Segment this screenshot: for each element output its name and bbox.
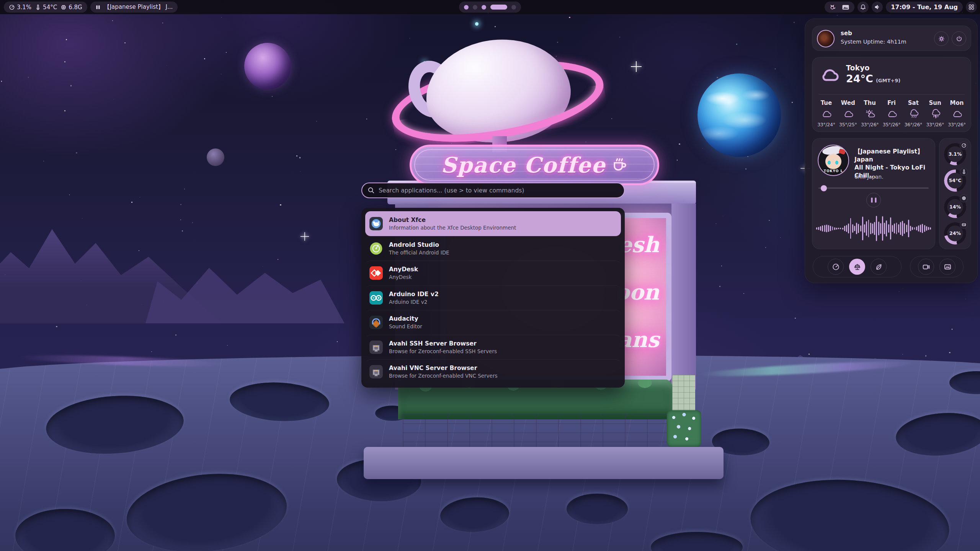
app-title: Arduino IDE v2 <box>389 291 439 298</box>
forecast-day-label: Mon <box>950 99 964 106</box>
app-description: Sound Editor <box>389 323 422 329</box>
workspace-dot-1[interactable] <box>464 5 469 10</box>
forecast-day-thu: Thu 33°/26° <box>861 98 879 128</box>
app-title: Avahi SSH Server Browser <box>389 340 497 347</box>
track-subtitle: Chill Japan. <box>854 174 883 180</box>
wallpaper-icon[interactable] <box>842 4 849 11</box>
app-title: AnyDesk <box>389 266 418 273</box>
album-art-caption: TOKYO L <box>818 169 848 173</box>
system-stats-pill[interactable]: 3.1% 54°C 6.8G <box>4 2 87 13</box>
app-row-avahi-vnc-server-browser[interactable]: Avahi VNC Server Browser Browse for Zero… <box>365 359 621 384</box>
shop-platform <box>364 447 724 479</box>
workspace-dot-3[interactable] <box>482 5 486 10</box>
thermometer-icon <box>960 168 968 176</box>
workspace-dot-4[interactable] <box>490 5 507 10</box>
system-gauges-card: 3.1% 54°C 14% 24% <box>939 138 971 249</box>
album-art[interactable]: TOKYO L <box>818 145 849 176</box>
weather-card: Tokyo 24°C(GMT+9) Tue 33°/24°Wed 35°/25°… <box>812 57 971 132</box>
clock[interactable]: 17:09 - Tue, 19 Aug <box>886 2 963 13</box>
bell-icon <box>860 4 866 10</box>
shop-pillar <box>671 204 696 390</box>
app-row-android-studio[interactable]: Android Studio The official Android IDE <box>365 236 621 261</box>
app-row-audacity[interactable]: Audacity Sound Editor <box>365 310 621 335</box>
pause-button[interactable] <box>866 193 881 207</box>
forecast-day-label: Thu <box>864 99 876 106</box>
app-row-avahi-ssh-server-browser[interactable]: Avahi SSH Server Browser Browse for Zero… <box>365 335 621 360</box>
forecast-day-label: Sun <box>929 99 941 106</box>
workspace-dot-2[interactable] <box>473 5 477 10</box>
forecast-day-tue: Tue 33°/24° <box>817 98 835 128</box>
space-coffee-sign: Space Coffee <box>410 145 659 185</box>
forecast-day-label: Fri <box>887 99 896 106</box>
image-icon <box>944 263 952 271</box>
app-description: Arduino IDE v2 <box>389 299 439 305</box>
gear-icon <box>938 35 945 42</box>
disk-icon <box>960 221 968 229</box>
app-row-arduino-ide-v2[interactable]: Arduino IDE v2 Arduino IDE v2 <box>365 285 621 310</box>
app-description: Browse for Zeroconf-enabled VNC Servers <box>389 373 497 379</box>
app-row-anydesk[interactable]: AnyDesk AnyDesk <box>365 261 621 285</box>
progress-bar[interactable] <box>818 187 929 189</box>
temp-stat: 54°C <box>35 4 57 11</box>
memory-stat: 6.8G <box>60 4 82 11</box>
pet-cat-icon[interactable] <box>830 4 836 11</box>
overview-button[interactable] <box>966 2 977 13</box>
forecast-temps: 33°/26° <box>926 122 944 127</box>
gauge-thermometer: 54°C <box>944 170 966 192</box>
workspace-indicator[interactable] <box>459 2 521 13</box>
tray-widgets-pill[interactable] <box>825 2 854 13</box>
clock-label: 17:09 - Tue, 19 Aug <box>891 3 958 11</box>
progress-handle[interactable] <box>821 185 827 191</box>
system-uptime: System Uptime: 4h11m <box>841 39 906 45</box>
sun-cloud-weather-icon <box>864 109 875 119</box>
app-description: The official Android IDE <box>389 249 449 256</box>
now-playing-pill[interactable]: 【Japanese Playlist】 J... <box>90 2 178 13</box>
avatar[interactable] <box>817 30 835 47</box>
gauge-disk: 24% <box>944 222 966 245</box>
forecast-day-label: Sat <box>908 99 919 106</box>
image-button[interactable] <box>939 259 956 275</box>
search-icon <box>368 187 375 194</box>
forecast-temps: 33°/26° <box>948 122 965 127</box>
app-description: Browse for Zeroconf-enabled SSH Servers <box>389 348 497 354</box>
forecast-day-sat: Sat 36°/26° <box>905 98 922 128</box>
anydesk-app-icon <box>369 266 383 280</box>
forecast-temps: 35°/25° <box>839 122 857 127</box>
cpu-stat: 3.1% <box>9 4 31 11</box>
sign-text: Space Coffee <box>441 152 606 178</box>
xfce-app-icon <box>369 217 383 231</box>
app-row-about-xfce[interactable]: About Xfce Information about the Xfce De… <box>365 211 621 236</box>
notifications-button[interactable] <box>858 2 869 13</box>
top-panel: 3.1% 54°C 6.8G 【Japanese Playlist】 J... <box>0 0 980 14</box>
weather-cloud-icon <box>819 66 841 83</box>
avahi-app-icon <box>369 340 383 354</box>
forecast-day-mon: Mon 33°/26° <box>948 98 965 128</box>
speedometer-button[interactable] <box>828 259 844 275</box>
divider <box>818 94 965 95</box>
app-title: Android Studio <box>389 241 449 248</box>
arduino-app-icon <box>369 291 383 305</box>
videocam-button[interactable] <box>918 259 934 275</box>
power-button[interactable] <box>952 31 966 46</box>
leaf-button[interactable] <box>871 259 887 275</box>
flower-box <box>667 410 701 447</box>
workspace-dot-5[interactable] <box>511 5 516 10</box>
app-description: Information about the Xfce Desktop Envir… <box>389 225 516 231</box>
weather-forecast: Tue 33°/24°Wed 35°/25°Thu 33°/26°Fri 35°… <box>815 98 968 128</box>
forecast-temps: 35°/26° <box>883 122 900 127</box>
app-title: Avahi VNC Server Browser <box>389 365 497 372</box>
speedometer-icon <box>960 142 968 150</box>
user-card: seb System Uptime: 4h11m <box>812 26 971 51</box>
speedometer-icon <box>832 263 840 271</box>
android-app-icon <box>369 241 383 256</box>
launcher-search <box>361 183 625 198</box>
cloud-weather-icon <box>820 109 832 119</box>
forecast-temps: 33°/24° <box>817 122 835 127</box>
scales-button[interactable] <box>849 259 865 275</box>
speedometer-icon <box>9 4 15 10</box>
search-input[interactable] <box>379 187 619 194</box>
app-grid-icon <box>968 4 975 10</box>
volume-button[interactable] <box>872 2 883 13</box>
settings-button[interactable] <box>934 31 949 46</box>
app-title: About Xfce <box>389 217 516 223</box>
